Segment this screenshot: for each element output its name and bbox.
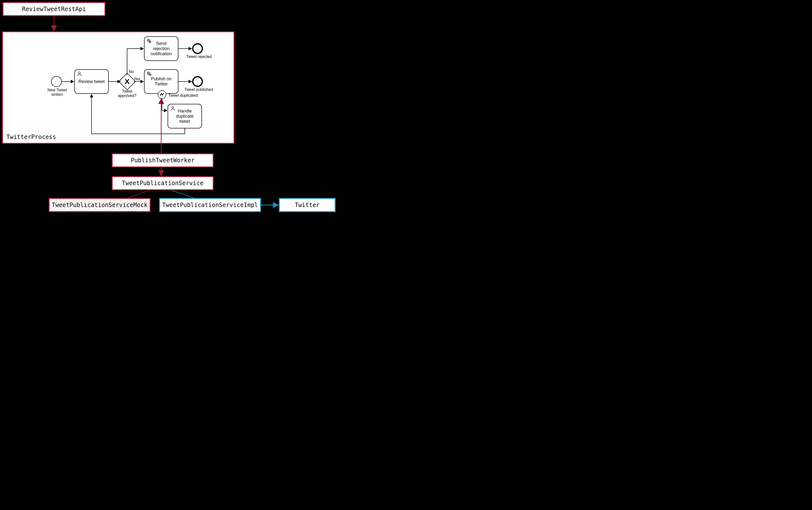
start-event-label: New Tweet written — [41, 88, 73, 97]
exclusive-gateway: X — [121, 75, 133, 88]
handle-duplicate-task: Handle duplicate tweet — [168, 104, 202, 129]
svg-line-9 — [147, 41, 148, 41]
svg-line-21 — [147, 74, 148, 75]
twitter-external-box: Twitter — [279, 198, 336, 212]
review-tweet-task: Review tweet — [74, 69, 109, 94]
send-rejection-task: Send rejection notification — [144, 36, 178, 61]
tweet-publication-service-mock-box: TweetPublicationServiceMock — [49, 198, 151, 212]
gateway-yes-label: Yes — [134, 77, 140, 81]
end-event-rejected-label: Tweet rejected — [185, 55, 212, 59]
svg-point-23 — [149, 74, 151, 76]
architecture-diagram: ReviewTweetRestApi TwitterProcess New Tw… — [0, 0, 372, 215]
svg-point-12 — [150, 41, 150, 42]
start-event — [51, 76, 62, 87]
boundary-event-label: Tweet duplicated — [168, 93, 198, 98]
user-icon — [77, 71, 82, 78]
tweet-publication-service-impl-box: TweetPublicationServiceImpl — [159, 198, 261, 212]
gear-icon — [147, 38, 152, 45]
gateway-x-icon: X — [121, 75, 133, 88]
svg-line-19 — [147, 72, 148, 72]
error-icon — [158, 91, 166, 98]
publish-tweet-worker-box: PublishTweetWorker — [112, 153, 214, 167]
end-event-published — [192, 76, 203, 87]
svg-point-25 — [172, 107, 174, 109]
gateway-no-label: No — [129, 69, 134, 74]
svg-point-11 — [149, 41, 151, 43]
svg-point-2 — [148, 40, 149, 41]
twitter-process-label: TwitterProcess — [6, 134, 56, 140]
review-tweet-rest-api-label: ReviewTweetRestApi — [22, 6, 86, 12]
boundary-error-event — [157, 90, 167, 99]
user-icon — [170, 106, 176, 112]
gear-icon — [147, 71, 152, 78]
tweet-publication-service-label: TweetPublicationService — [122, 180, 204, 187]
end-event-rejected — [192, 43, 203, 54]
svg-point-24 — [150, 75, 150, 75]
line-service-to-impl — [172, 190, 194, 198]
tweet-publication-service-mock-label: TweetPublicationServiceMock — [52, 202, 148, 208]
publish-tweet-worker-label: PublishTweetWorker — [131, 157, 194, 164]
gateway-label: Tweet approved? — [112, 89, 142, 98]
review-tweet-rest-api-box: ReviewTweetRestApi — [2, 2, 106, 16]
line-service-to-mock — [128, 190, 150, 198]
publish-twitter-label: Publish on Twitter — [149, 76, 174, 87]
tweet-publication-service-impl-label: TweetPublicationServiceImpl — [162, 202, 258, 208]
end-event-published-label: Tweet published — [184, 87, 213, 92]
tweet-publication-service-box: TweetPublicationService — [112, 176, 214, 190]
review-tweet-label: Review tweet — [78, 79, 104, 84]
svg-point-14 — [148, 73, 149, 74]
svg-line-22 — [149, 72, 150, 72]
twitter-external-label: Twitter — [295, 202, 320, 208]
svg-point-0 — [79, 72, 81, 74]
